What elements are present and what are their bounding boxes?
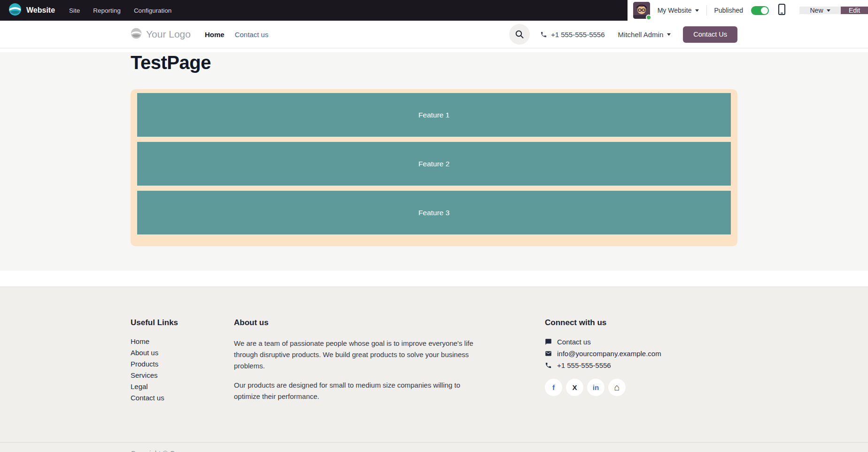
menu-configuration[interactable]: Configuration <box>134 7 171 14</box>
header-phone-link[interactable]: +1 555-555-5556 <box>540 31 605 39</box>
connect-phone-label: +1 555-555-5556 <box>557 361 611 369</box>
admin-topbar-dark-section: Website Site Reporting Configuration <box>0 0 628 21</box>
connect-title: Connect with us <box>545 318 737 327</box>
feature-bar-2: Feature 2 <box>137 142 731 186</box>
footer-useful-links-column: Useful Links Home About us Products Serv… <box>131 318 234 410</box>
comment-icon <box>545 338 552 345</box>
odoo-website-app-icon <box>8 3 22 18</box>
chevron-down-icon <box>827 9 830 12</box>
footer-link-services[interactable]: Services <box>131 372 234 379</box>
linkedin-icon[interactable]: in <box>587 379 604 396</box>
phone-icon <box>540 31 547 38</box>
page-content: TestPage Feature 1 Feature 2 Feature 3 <box>0 52 868 271</box>
admin-topbar: Website Site Reporting Configuration My … <box>0 0 868 21</box>
nav-home[interactable]: Home <box>205 31 225 39</box>
chevron-down-icon <box>695 9 699 12</box>
new-button[interactable]: New <box>799 7 841 14</box>
footer-link-about-us[interactable]: About us <box>131 349 234 357</box>
site-footer: Useful Links Home About us Products Serv… <box>0 287 868 452</box>
online-status-dot <box>646 15 651 20</box>
published-toggle[interactable] <box>751 6 769 15</box>
phone-icon <box>545 362 552 369</box>
search-button[interactable] <box>509 24 530 45</box>
admin-systray: My Website Published New Edit <box>628 0 868 21</box>
mobile-preview-icon[interactable] <box>778 4 785 17</box>
menu-reporting[interactable]: Reporting <box>93 7 121 14</box>
contact-us-button[interactable]: Contact Us <box>683 26 737 43</box>
copyright-text: Copyright © Company name <box>131 449 219 452</box>
chevron-down-icon <box>667 33 671 36</box>
user-name: Mitchell Admin <box>618 31 664 39</box>
edit-button[interactable]: Edit <box>841 7 868 14</box>
connect-contact-label: Contact us <box>557 338 591 346</box>
social-icons-row: f X in ⌂ <box>545 379 737 396</box>
website-selector-label: My Website <box>658 7 692 14</box>
site-nav: Home Contact us <box>205 31 268 39</box>
about-title: About us <box>234 318 545 327</box>
footer-connect-column: Connect with us Contact us info@yourcomp… <box>545 318 737 410</box>
footer-link-contact-us[interactable]: Contact us <box>131 394 234 402</box>
search-icon <box>515 30 524 39</box>
feature-bar-1: Feature 1 <box>137 93 731 137</box>
facebook-icon[interactable]: f <box>545 379 562 396</box>
connect-email-label: info@yourcompany.example.com <box>557 350 661 358</box>
copyright-bar: Copyright © Company name <box>0 442 868 452</box>
connect-contact-link[interactable]: Contact us <box>545 338 737 346</box>
site-logo-text: Your Logo <box>146 29 191 40</box>
envelope-icon <box>545 350 552 357</box>
page-title: TestPage <box>131 52 737 73</box>
footer-link-products[interactable]: Products <box>131 360 234 368</box>
footer-link-legal[interactable]: Legal <box>131 383 234 390</box>
about-paragraph-1: We are a team of passionate people whose… <box>234 338 478 372</box>
footer-about-column: About us We are a team of passionate peo… <box>234 318 545 410</box>
app-name[interactable]: Website <box>26 6 55 15</box>
website-app-menu[interactable]: Website <box>8 3 55 18</box>
footer-link-home[interactable]: Home <box>131 338 234 345</box>
home-website-icon[interactable]: ⌂ <box>608 379 626 396</box>
connect-phone-link[interactable]: +1 555-555-5556 <box>545 361 737 369</box>
feature-bar-3: Feature 3 <box>137 191 731 234</box>
connect-email-link[interactable]: info@yourcompany.example.com <box>545 350 737 358</box>
useful-links-title: Useful Links <box>131 318 234 327</box>
site-logo[interactable]: Your Logo <box>131 28 191 41</box>
new-button-label: New <box>810 7 823 14</box>
empty-band <box>0 271 868 287</box>
published-control: Published <box>714 6 769 15</box>
about-paragraph-2: Our products are designed for small to m… <box>234 380 478 402</box>
published-label: Published <box>714 7 744 14</box>
site-header: Your Logo Home Contact us +1 555-555-555… <box>0 21 868 48</box>
menu-site[interactable]: Site <box>69 7 80 14</box>
user-account-dropdown[interactable]: Mitchell Admin <box>618 31 671 39</box>
user-avatar[interactable] <box>633 2 650 19</box>
features-panel: Feature 1 Feature 2 Feature 3 <box>131 89 737 246</box>
x-twitter-icon[interactable]: X <box>566 379 583 396</box>
site-logo-icon <box>131 28 142 41</box>
website-selector-dropdown[interactable]: My Website <box>658 7 699 14</box>
header-phone-number: +1 555-555-5556 <box>551 31 605 39</box>
divider <box>706 5 707 16</box>
nav-contact-us[interactable]: Contact us <box>235 31 269 39</box>
